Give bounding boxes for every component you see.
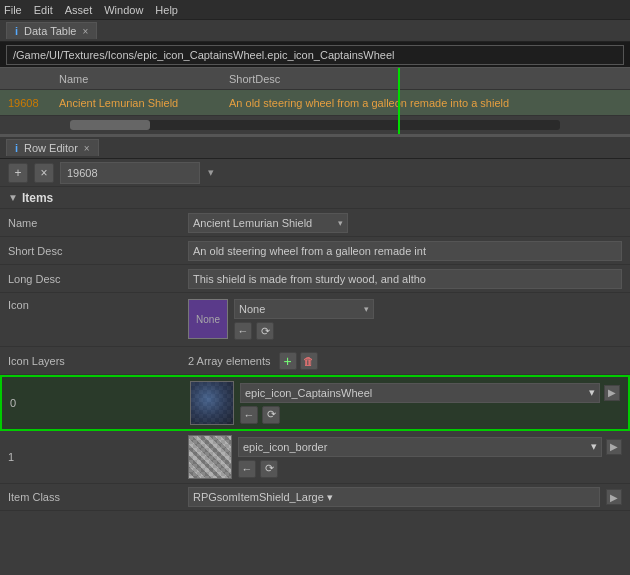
short-desc-label: Short Desc	[8, 245, 188, 257]
short-desc-value-area	[188, 241, 622, 261]
icon-label: Icon	[8, 299, 188, 311]
data-table-area: Name ShortDesc 19608 Ancient Lemurian Sh…	[0, 68, 630, 137]
menu-asset[interactable]: Asset	[65, 4, 93, 16]
path-bar	[0, 42, 630, 68]
icon-layers-label: Icon Layers	[8, 355, 188, 367]
array-item-1-thumbnail	[188, 435, 232, 479]
none-dropdown[interactable]: None ▾	[234, 299, 374, 319]
icon-value-area: None None ▾ ← ⟳	[188, 299, 622, 340]
row-editor-header: i Row Editor ×	[0, 137, 630, 159]
menu-file[interactable]: File	[4, 4, 22, 16]
row-editor-panel: i Row Editor × + × 19608 ▾ ▼ Items Name …	[0, 137, 630, 537]
menu-bar: File Edit Asset Window Help	[0, 0, 630, 20]
item-class-label: Item Class	[8, 491, 188, 503]
array-item-0-thumbnail	[190, 381, 234, 425]
row-editor-info-icon: i	[15, 142, 18, 154]
data-table-close-button[interactable]: ×	[82, 26, 88, 37]
array-item-1-expand-button[interactable]: ▶	[606, 439, 622, 455]
column-headers: Name ShortDesc	[0, 68, 630, 90]
path-input[interactable]	[6, 45, 624, 65]
array-item-1-dropdown-arrow: ▾	[591, 440, 597, 453]
array-item-1-controls: epic_icon_border ▾ ▶ ← ⟳	[238, 437, 622, 478]
icon-controls: None ▾ ← ⟳	[234, 299, 374, 340]
name-field-row: Name Ancient Lemurian Shield ▾	[0, 209, 630, 237]
name-label: Name	[8, 217, 188, 229]
long-desc-field-row: Long Desc	[0, 265, 630, 293]
table-row[interactable]: 19608 Ancient Lemurian Shield An old ste…	[0, 90, 630, 116]
delete-row-button[interactable]: ×	[34, 163, 54, 183]
row-id-select[interactable]: 19608	[60, 162, 200, 184]
items-section-header[interactable]: ▼ Items	[0, 187, 630, 209]
icon-back-button[interactable]: ←	[234, 322, 252, 340]
col-short-header: ShortDesc	[229, 73, 626, 85]
item-class-expand-button[interactable]: ▶	[606, 489, 622, 505]
array-item-0-dropdown-arrow: ▾	[589, 386, 595, 399]
array-item-0-asset-name: epic_icon_CaptainsWheel	[245, 387, 372, 399]
array-add-button[interactable]: +	[279, 352, 297, 370]
array-item-0-controls: epic_icon_CaptainsWheel ▾ ▶ ← ⟳	[240, 383, 620, 424]
scrollbar-track	[70, 120, 560, 130]
data-table-panel-header: i Data Table ×	[0, 20, 630, 42]
long-desc-label: Long Desc	[8, 273, 188, 285]
menu-help[interactable]: Help	[155, 4, 178, 16]
scrollbar-thumb[interactable]	[70, 120, 150, 130]
array-item-1-search-button[interactable]: ⟳	[260, 460, 278, 478]
icon-search-button[interactable]: ⟳	[256, 322, 274, 340]
none-dropdown-value: None	[239, 303, 265, 315]
array-item-1-top-row: epic_icon_border ▾ ▶	[238, 437, 622, 457]
name-dropdown-value: Ancient Lemurian Shield	[193, 217, 312, 229]
green-selection-line	[398, 68, 400, 134]
array-index-1: 1	[8, 451, 188, 463]
item-class-value-area: RPGsomItemShield_Large ▾ ▶	[188, 487, 622, 507]
menu-edit[interactable]: Edit	[34, 4, 53, 16]
icon-field-row: Icon None None ▾ ← ⟳	[0, 293, 630, 347]
array-item-0-top-row: epic_icon_CaptainsWheel ▾ ▶	[240, 383, 620, 403]
array-item-1-dropdown[interactable]: epic_icon_border ▾	[238, 437, 602, 457]
icon-action-row: ← ⟳	[234, 322, 374, 340]
item-class-row: Item Class RPGsomItemShield_Large ▾ ▶	[0, 484, 630, 511]
array-item-0[interactable]: 0 epic_icon_CaptainsWheel ▾ ▶ ←	[0, 375, 630, 431]
add-row-button[interactable]: +	[8, 163, 28, 183]
data-table-tab-label: Data Table	[24, 25, 76, 37]
col-name-header: Name	[59, 73, 229, 85]
name-dropdown[interactable]: Ancient Lemurian Shield ▾	[188, 213, 348, 233]
icon-none-text: None	[196, 314, 220, 325]
item-class-dropdown[interactable]: RPGsomItemShield_Large ▾	[188, 487, 600, 507]
array-delete-button[interactable]: 🗑	[300, 352, 318, 370]
array-item-0-dropdown[interactable]: epic_icon_CaptainsWheel ▾	[240, 383, 600, 403]
table-scrollbar[interactable]	[0, 116, 630, 134]
array-item-0-bottom-row: ← ⟳	[240, 406, 620, 424]
row-editor-toolbar: + × 19608 ▾	[0, 159, 630, 187]
data-table-tab[interactable]: i Data Table ×	[6, 22, 97, 39]
row-editor-close-button[interactable]: ×	[84, 143, 90, 154]
array-item-0-expand-button[interactable]: ▶	[604, 385, 620, 401]
long-desc-value-area	[188, 269, 622, 289]
row-editor-content[interactable]: ▼ Items Name Ancient Lemurian Shield ▾ S…	[0, 187, 630, 537]
short-desc-input[interactable]	[188, 241, 622, 261]
items-section-title: Items	[22, 191, 53, 205]
row-editor-tab-label: Row Editor	[24, 142, 78, 154]
array-count: 2 Array elements	[188, 355, 271, 367]
array-item-1[interactable]: 1 epic_icon_border ▾ ▶ ← ⟳	[0, 431, 630, 484]
array-item-1-content: epic_icon_border ▾ ▶ ← ⟳	[188, 435, 622, 479]
menu-window[interactable]: Window	[104, 4, 143, 16]
cell-short-desc: An old steering wheel from a galleon rem…	[229, 97, 626, 109]
array-item-0-search-button[interactable]: ⟳	[262, 406, 280, 424]
icon-dropdown-row: None ▾	[234, 299, 374, 319]
name-value-area: Ancient Lemurian Shield ▾	[188, 213, 622, 233]
row-editor-tab[interactable]: i Row Editor ×	[6, 139, 99, 156]
dropdown-chevron-icon: ▾	[208, 166, 214, 179]
item-class-value: RPGsomItemShield_Large ▾	[193, 491, 333, 504]
cell-id: 19608	[4, 97, 59, 109]
cell-name: Ancient Lemurian Shield	[59, 97, 229, 109]
name-dropdown-arrow: ▾	[338, 218, 343, 228]
array-item-0-back-button[interactable]: ←	[240, 406, 258, 424]
array-item-0-content: epic_icon_CaptainsWheel ▾ ▶ ← ⟳	[190, 381, 620, 425]
icon-preview-thumbnail: None	[188, 299, 228, 339]
short-desc-field-row: Short Desc	[0, 237, 630, 265]
array-item-1-back-button[interactable]: ←	[238, 460, 256, 478]
icon-layers-row: Icon Layers 2 Array elements + 🗑	[0, 347, 630, 375]
array-item-1-asset-name: epic_icon_border	[243, 441, 327, 453]
long-desc-input[interactable]	[188, 269, 622, 289]
array-item-1-bottom-row: ← ⟳	[238, 460, 622, 478]
